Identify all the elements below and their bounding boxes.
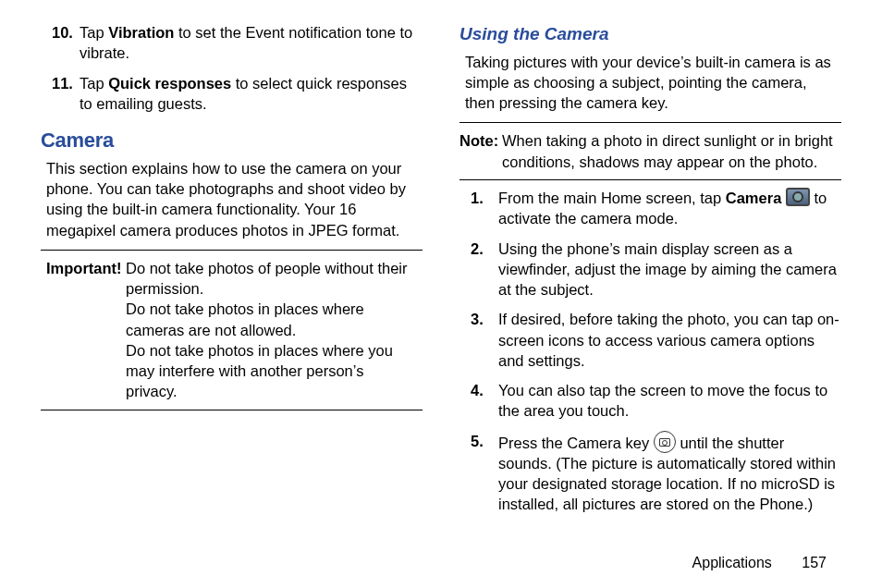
camera-app-icon [786, 188, 810, 206]
step-number: 10. [52, 22, 80, 64]
note-block: Note: When taking a photo in direct sunl… [459, 130, 841, 172]
step-text-pre: From the main Home screen, tap [498, 190, 726, 206]
step-body: Tap Vibration to set the Event notificat… [80, 22, 423, 64]
step-body: Tap Quick responses to select quick resp… [80, 73, 423, 115]
step-body: If desired, before taking the photo, you… [498, 309, 841, 371]
step-body: You can also tap the screen to move the … [498, 380, 841, 422]
important-block: Important! Do not take photos of people … [46, 258, 417, 402]
step-body: Press the Camera key until the shutter s… [498, 431, 841, 515]
page-footer: Applications 157 [692, 555, 827, 571]
numbered-step-10: 10. Tap Vibration to set the Event notif… [52, 22, 423, 64]
divider [459, 122, 841, 123]
heading-using-camera: Using the Camera [459, 22, 841, 46]
numbered-step-1: 1. From the main Home screen, tap Camera… [471, 188, 841, 229]
numbered-step-4: 4. You can also tap the screen to move t… [471, 380, 841, 422]
camera-intro-paragraph: This section explains how to use the cam… [46, 158, 417, 240]
important-line: Do not take photos in places where you m… [126, 340, 417, 402]
note-label: Note: [459, 130, 502, 172]
left-column: 10. Tap Vibration to set the Event notif… [41, 22, 423, 540]
note-text: When taking a photo in direct sunlight o… [502, 130, 841, 172]
numbered-step-11: 11. Tap Quick responses to select quick … [52, 73, 423, 115]
footer-section: Applications [692, 555, 772, 570]
step-text-pre: Tap [80, 75, 108, 92]
camera-key-icon [654, 431, 676, 453]
divider [41, 250, 423, 251]
right-column: Using the Camera Taking pictures with yo… [459, 22, 841, 540]
numbered-step-3: 3. If desired, before taking the photo, … [471, 309, 841, 371]
numbered-step-5: 5. Press the Camera key until the shutte… [471, 431, 841, 515]
step-number: 3. [471, 309, 498, 371]
step-body: From the main Home screen, tap Camera to… [498, 188, 841, 229]
manual-page: 10. Tap Vibration to set the Event notif… [0, 0, 882, 588]
step-number: 2. [471, 239, 498, 300]
numbered-step-2: 2. Using the phone’s main display screen… [471, 239, 841, 300]
important-text: Do not take photos of people without the… [126, 258, 417, 402]
step-number: 5. [471, 431, 498, 515]
important-label: Important! [46, 258, 126, 402]
step-number: 11. [52, 73, 80, 115]
step-text-bold: Camera [726, 190, 782, 206]
step-text-bold: Vibration [108, 24, 174, 41]
footer-page-number: 157 [802, 555, 827, 570]
divider [41, 410, 423, 410]
step-text-pre: Tap [80, 24, 108, 41]
step-body: Using the phone’s main display screen as… [498, 239, 841, 300]
step-number: 1. [471, 188, 498, 229]
step-number: 4. [471, 380, 498, 422]
heading-camera: Camera [41, 127, 423, 154]
important-line: Do not take photos of people without the… [126, 258, 417, 300]
using-intro-paragraph: Taking pictures with your device’s built… [465, 52, 836, 114]
two-column-layout: 10. Tap Vibration to set the Event notif… [41, 22, 841, 540]
divider [459, 179, 841, 180]
step-text-bold: Quick responses [108, 75, 231, 92]
important-line: Do not take photos in places where camer… [126, 299, 417, 340]
step-text-pre: Press the Camera key [498, 435, 654, 451]
